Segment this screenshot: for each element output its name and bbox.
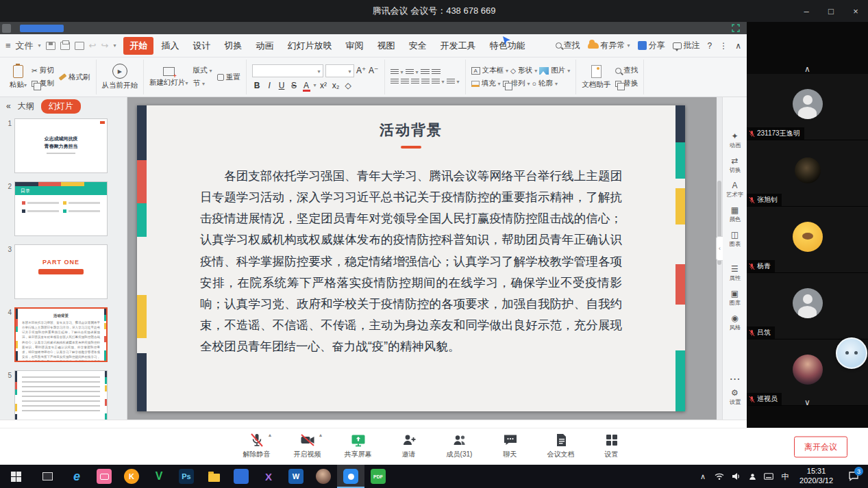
underline-button[interactable]: U <box>277 81 287 90</box>
paste-button[interactable]: 粘贴▾ <box>10 65 27 90</box>
tab-outline[interactable]: 大纲 <box>18 101 34 112</box>
tab-transition[interactable]: 切换 <box>218 37 248 55</box>
slide-thumbnail-3[interactable]: PART ONE <box>14 244 108 299</box>
tab-review[interactable]: 审阅 <box>339 37 369 55</box>
chat-button[interactable]: 聊天 <box>491 432 530 459</box>
fill-button[interactable]: 填充 <box>482 79 496 88</box>
columns-icon[interactable] <box>447 79 455 85</box>
fullscreen-icon[interactable] <box>732 24 740 32</box>
mic-options-caret[interactable]: ▲ <box>268 433 273 437</box>
wifi-icon[interactable] <box>711 472 728 480</box>
help-icon[interactable]: ? <box>708 41 712 51</box>
keyboard-icon[interactable] <box>760 473 777 480</box>
comment-button[interactable]: 批注 <box>673 40 700 51</box>
rail-chart[interactable]: ◫图表 <box>729 230 741 248</box>
tab-devtools[interactable]: 开发工具 <box>434 37 482 55</box>
current-slide[interactable]: 活动背景 各团支部依托学习强国、青年大学习、腾讯会议等网络平台举行线上主题团日专… <box>137 105 685 411</box>
tab-animation[interactable]: 动画 <box>249 37 280 55</box>
taskbar-app-bilibili[interactable] <box>90 465 118 488</box>
tab-view[interactable]: 视图 <box>371 37 401 55</box>
rail-gallery[interactable]: ▣图库 <box>729 289 741 307</box>
strikethrough-button[interactable]: S <box>289 81 299 90</box>
slide-body-text[interactable]: 各团支部依托学习强国、青年大学习、腾讯会议等网络平台举行线上主题团日专题学习活动… <box>200 166 622 357</box>
action-center-button[interactable]: 3 <box>839 465 868 488</box>
numbered-list-icon[interactable] <box>406 69 414 75</box>
participant-tile[interactable]: 杨青 <box>747 207 868 273</box>
close-icon[interactable]: × <box>843 0 868 22</box>
slide-thumbnail-2[interactable]: 目录 <box>14 181 108 236</box>
reset-button[interactable]: 重置 <box>217 73 240 82</box>
increase-font-button[interactable]: A⁺ <box>356 66 367 75</box>
font-family-select[interactable]: ▾ <box>252 64 323 77</box>
taskbar-app-file-explorer[interactable] <box>200 465 227 488</box>
volume-icon[interactable] <box>728 472 744 480</box>
align-right-icon[interactable] <box>411 79 419 85</box>
bullet-list-icon[interactable] <box>390 69 399 75</box>
taskbar-app-kugou[interactable]: K <box>118 465 145 488</box>
slide-thumbnail-5[interactable] <box>14 370 108 420</box>
share-button[interactable]: 分享 <box>638 40 665 51</box>
camera-options-caret[interactable]: ▲ <box>319 433 323 437</box>
contacts-icon[interactable] <box>744 473 760 480</box>
subscript-button[interactable]: x₂ <box>331 81 341 90</box>
participant-tile[interactable]: 231173王逸明 <box>747 74 868 140</box>
undo-icon[interactable]: ↩ <box>89 40 97 51</box>
minimize-icon[interactable]: – <box>794 0 819 22</box>
format-painter-button[interactable]: 格式刷 <box>59 73 90 82</box>
print-icon[interactable] <box>60 42 70 50</box>
taskbar-app-photoshop[interactable]: Ps <box>173 465 200 488</box>
play-from-current-button[interactable]: ▶ 从当前开始 <box>102 64 138 90</box>
share-screen-button[interactable]: 共享屏幕 <box>338 432 378 459</box>
taskbar-app-meeting[interactable] <box>337 465 364 488</box>
copy-button[interactable]: 复制 <box>32 79 54 88</box>
participants-scroll-down[interactable]: ∨ <box>747 398 868 407</box>
collapse-panel-icon[interactable]: « <box>6 101 11 111</box>
floating-avatar-bubble[interactable] <box>836 337 867 369</box>
align-left-icon[interactable] <box>390 79 399 85</box>
start-button[interactable] <box>0 465 32 488</box>
kebab-menu-icon[interactable]: ⋮ <box>719 41 728 51</box>
rail-color[interactable]: ▦颜色 <box>729 205 741 224</box>
meeting-docs-button[interactable]: 会议文档 <box>541 432 581 459</box>
preview-icon[interactable] <box>75 42 84 50</box>
redo-icon[interactable]: ↪ <box>101 40 109 51</box>
italic-button[interactable]: I <box>264 81 275 90</box>
participants-scroll-up[interactable]: ∧ <box>747 22 868 74</box>
bold-button[interactable]: B <box>252 81 262 90</box>
tab-insert[interactable]: 插入 <box>155 37 185 55</box>
find-button[interactable]: 查找 <box>615 66 638 75</box>
file-menu[interactable]: 文件 <box>16 40 34 52</box>
slide-title[interactable]: 活动背景 <box>137 120 685 140</box>
increase-indent-icon[interactable] <box>432 69 441 75</box>
cut-button[interactable]: ✂剪切 <box>32 66 54 75</box>
section-button[interactable]: 节▾ <box>193 79 212 88</box>
leave-meeting-button[interactable]: 离开会议 <box>794 436 847 457</box>
superscript-button[interactable]: x² <box>319 81 329 90</box>
decrease-font-button[interactable]: A⁻ <box>369 66 379 75</box>
textbox-button[interactable]: 文本框 <box>482 66 504 75</box>
font-color-button[interactable]: A <box>301 81 312 90</box>
tray-chevron-up-icon[interactable]: ∧ <box>695 472 711 481</box>
replace-button[interactable]: 替换 <box>615 79 638 88</box>
tab-security[interactable]: 安全 <box>402 37 432 55</box>
rail-style[interactable]: ◉风格 <box>729 313 741 332</box>
picture-button[interactable]: 图片 <box>551 66 565 75</box>
participant-tile[interactable]: 吕筑 <box>747 273 868 339</box>
taskbar-app-pdf[interactable]: PDF <box>364 465 392 488</box>
start-video-button[interactable]: ▲ 开启视频 <box>288 432 327 459</box>
unmute-button[interactable]: ▲ 解除静音 <box>237 432 277 459</box>
new-slide-button[interactable]: 新建幻灯片▾ <box>149 67 188 88</box>
ime-indicator[interactable]: 中 <box>777 472 793 482</box>
task-view-button[interactable] <box>32 465 63 488</box>
taskbar-app-word[interactable]: W <box>282 465 310 488</box>
shape-button[interactable]: 形状 <box>518 66 532 75</box>
participant-tile[interactable]: 张旭钊 <box>747 140 868 207</box>
menu-icon[interactable]: ≡ <box>5 40 11 51</box>
tab-home[interactable]: 开始 <box>123 37 153 55</box>
rail-collapse-icon[interactable]: ‹ <box>716 236 723 261</box>
rail-properties[interactable]: ☰属性 <box>729 264 741 283</box>
text-effects-button[interactable]: ◇ <box>343 81 354 90</box>
layout-button[interactable]: 版式▾ <box>193 66 212 75</box>
slide-thumbnail-4-selected[interactable]: 活动背景 各团支部依托学习强国、青年大学习、腾讯会议等网络平台举行线上主题团日专… <box>14 307 108 362</box>
rail-more-icon[interactable]: ⋯ <box>730 372 741 385</box>
